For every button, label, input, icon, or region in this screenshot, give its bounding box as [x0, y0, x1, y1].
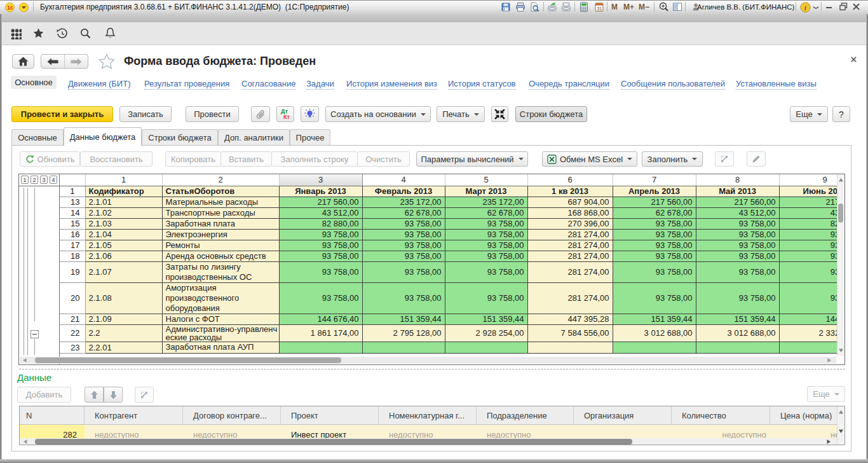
svg-text:31: 31	[597, 6, 602, 11]
svg-text:1c: 1c	[7, 4, 13, 11]
